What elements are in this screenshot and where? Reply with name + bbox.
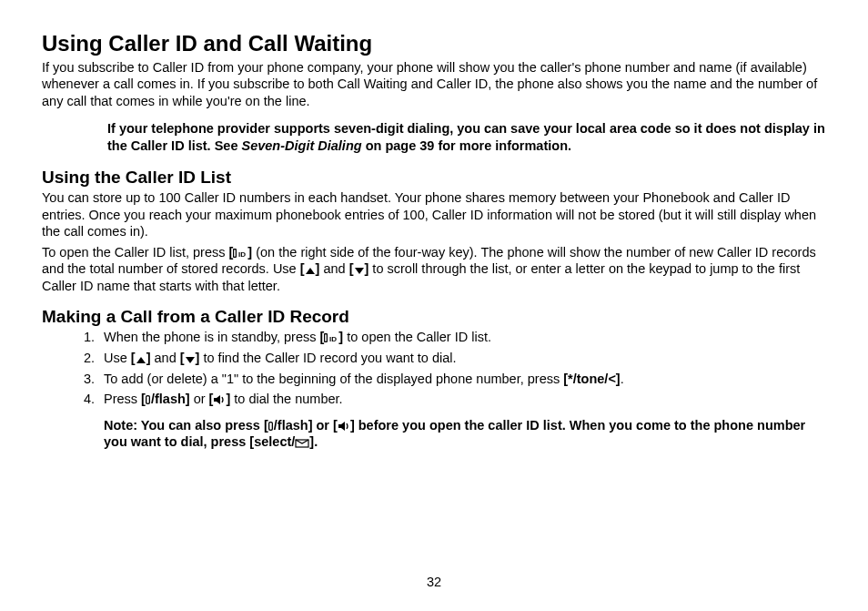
step-2: Use [] and [] to find the Caller ID reco… <box>98 350 826 367</box>
area-code-note: If your telephone provider supports seve… <box>107 120 826 155</box>
select-key: [select/] <box>249 434 314 449</box>
svg-rect-6 <box>326 335 328 342</box>
page-title: Using Caller ID and Call Waiting <box>42 31 826 57</box>
down-arrow-icon <box>354 267 365 275</box>
intro-paragraph: If you subscribe to Caller ID from your … <box>42 59 826 110</box>
step1-a: When the phone is in standby, press <box>104 330 320 344</box>
flash-key: [/flash] <box>141 392 190 406</box>
cid-icon: ID <box>324 332 338 343</box>
svg-marker-12 <box>214 395 220 404</box>
speaker-icon <box>338 421 350 432</box>
note-text-2: on page 39 for more information. <box>362 138 571 153</box>
svg-rect-1 <box>235 249 237 257</box>
step-3: To add (or delete) a "1" to the beginnin… <box>98 371 826 388</box>
call-heading: Making a Call from a Caller ID Record <box>42 307 826 327</box>
svg-marker-9 <box>186 357 195 363</box>
step-1: When the phone is in standby, press [ID]… <box>98 329 826 346</box>
note2-a: Note: You can also press <box>104 418 264 433</box>
step2-b: to find the Caller ID record you want to… <box>199 351 456 365</box>
text-a: To open the Caller ID list, press <box>42 245 229 260</box>
list-paragraph-1: You can store up to 100 Caller ID number… <box>42 189 826 240</box>
or-2: or <box>312 418 333 433</box>
cid-icon: ID <box>233 248 247 259</box>
flash-key-2: [/flash] <box>264 418 313 433</box>
envelope-icon <box>295 439 309 448</box>
down-arrow-icon <box>185 356 196 364</box>
cid-key-2: [ID] <box>320 330 344 344</box>
down-key: [] <box>349 261 369 276</box>
and-2: and <box>151 351 180 365</box>
svg-marker-15 <box>338 422 345 431</box>
speaker-key: [] <box>209 392 231 406</box>
step-4: Press [/flash] or [] to dial the number. <box>98 391 826 408</box>
svg-marker-4 <box>355 268 364 274</box>
svg-marker-3 <box>306 268 315 274</box>
and-1: and <box>319 261 348 276</box>
tone-key: [*/tone/<] <box>563 372 620 386</box>
down-key-2: [] <box>180 351 200 365</box>
svg-text:ID: ID <box>329 335 337 343</box>
step4-b: to dial the number. <box>230 392 342 406</box>
step1-b: to open the Caller ID list. <box>343 330 491 344</box>
svg-text:ID: ID <box>238 250 246 259</box>
up-arrow-icon <box>305 267 316 275</box>
cid-key: [ID] <box>229 245 253 260</box>
step3-a: To add (or delete) a "1" to the beginnin… <box>104 372 563 386</box>
note-italic: Seven-Digit Dialing <box>241 138 361 153</box>
speaker-key-2: [] <box>333 418 355 433</box>
list-paragraph-2: To open the Caller ID list, press [ID] (… <box>42 244 826 295</box>
svg-rect-14 <box>269 423 271 429</box>
footer-note: Note: You can also press [/flash] or [] … <box>104 417 823 452</box>
steps-list: When the phone is in standby, press [ID]… <box>42 329 826 407</box>
step2-a: Use <box>104 351 131 365</box>
svg-marker-8 <box>136 357 146 363</box>
step4-a: Press <box>104 392 141 406</box>
up-key-2: [] <box>131 351 151 365</box>
list-heading: Using the Caller ID List <box>42 168 826 188</box>
up-arrow-icon <box>136 356 146 364</box>
step3-b: . <box>621 372 624 386</box>
or-1: or <box>190 392 209 406</box>
up-key: [] <box>300 261 320 276</box>
speaker-icon <box>213 394 226 405</box>
note2-c: . <box>314 434 318 449</box>
svg-rect-11 <box>146 396 148 402</box>
page-number: 32 <box>0 575 868 589</box>
